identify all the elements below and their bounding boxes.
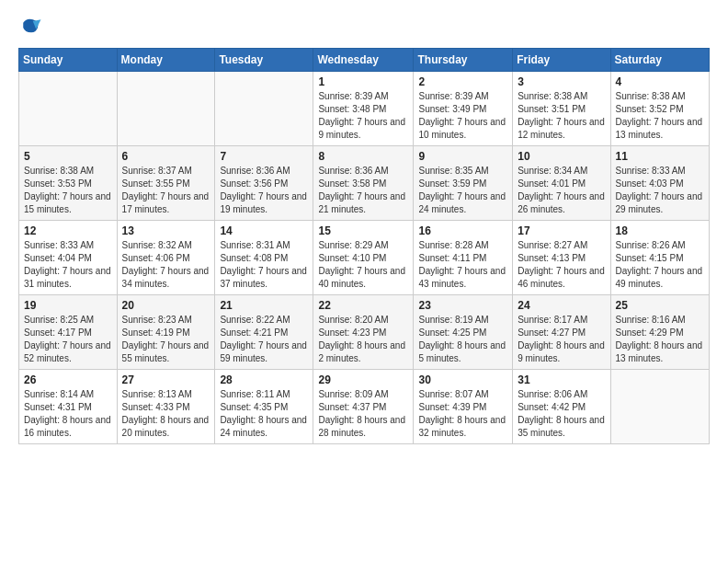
calendar-cell: 10Sunrise: 8:34 AM Sunset: 4:01 PM Dayli… [513, 146, 610, 221]
day-info: Sunrise: 8:36 AM Sunset: 3:56 PM Dayligh… [220, 165, 308, 216]
calendar-cell: 2Sunrise: 8:39 AM Sunset: 3:49 PM Daylig… [414, 72, 513, 146]
day-info: Sunrise: 8:27 AM Sunset: 4:13 PM Dayligh… [518, 239, 605, 291]
calendar-cell: 15Sunrise: 8:29 AM Sunset: 4:10 PM Dayli… [313, 221, 414, 295]
calendar-cell: 5Sunrise: 8:38 AM Sunset: 3:53 PM Daylig… [19, 146, 118, 221]
calendar-cell: 7Sunrise: 8:36 AM Sunset: 3:56 PM Daylig… [215, 146, 313, 221]
day-number: 20 [122, 299, 210, 312]
day-number: 11 [616, 150, 704, 163]
page: SundayMondayTuesdayWednesdayThursdayFrid… [0, 0, 728, 459]
calendar-cell: 14Sunrise: 8:31 AM Sunset: 4:08 PM Dayli… [215, 221, 313, 295]
day-info: Sunrise: 8:22 AM Sunset: 4:21 PM Dayligh… [220, 314, 308, 365]
day-number: 7 [220, 150, 308, 163]
day-number: 26 [24, 373, 112, 386]
calendar-cell: 3Sunrise: 8:38 AM Sunset: 3:51 PM Daylig… [513, 72, 610, 146]
calendar-cell: 8Sunrise: 8:36 AM Sunset: 3:58 PM Daylig… [313, 146, 414, 221]
day-info: Sunrise: 8:19 AM Sunset: 4:25 PM Dayligh… [418, 314, 507, 365]
day-number: 5 [24, 150, 112, 163]
day-info: Sunrise: 8:29 AM Sunset: 4:10 PM Dayligh… [318, 239, 408, 291]
day-number: 27 [122, 373, 210, 386]
day-number: 12 [24, 224, 112, 237]
calendar-cell [215, 72, 313, 146]
day-number: 31 [518, 373, 605, 386]
day-number: 8 [318, 150, 408, 163]
calendar-cell: 16Sunrise: 8:28 AM Sunset: 4:11 PM Dayli… [414, 221, 513, 295]
day-info: Sunrise: 8:17 AM Sunset: 4:27 PM Dayligh… [518, 314, 605, 365]
calendar-cell: 21Sunrise: 8:22 AM Sunset: 4:21 PM Dayli… [215, 295, 313, 370]
calendar-cell: 29Sunrise: 8:09 AM Sunset: 4:37 PM Dayli… [313, 370, 414, 444]
weekday-header-monday: Monday [117, 49, 215, 72]
day-info: Sunrise: 8:32 AM Sunset: 4:06 PM Dayligh… [122, 239, 210, 291]
calendar-cell: 1Sunrise: 8:39 AM Sunset: 3:48 PM Daylig… [313, 72, 414, 146]
calendar-week-4: 19Sunrise: 8:25 AM Sunset: 4:17 PM Dayli… [19, 295, 710, 370]
calendar-cell: 22Sunrise: 8:20 AM Sunset: 4:23 PM Dayli… [313, 295, 414, 370]
calendar-cell: 18Sunrise: 8:26 AM Sunset: 4:15 PM Dayli… [610, 221, 709, 295]
day-info: Sunrise: 8:33 AM Sunset: 4:03 PM Dayligh… [616, 165, 704, 216]
day-number: 3 [518, 75, 605, 88]
calendar-week-5: 26Sunrise: 8:14 AM Sunset: 4:31 PM Dayli… [19, 370, 710, 444]
calendar-cell: 25Sunrise: 8:16 AM Sunset: 4:29 PM Dayli… [610, 295, 709, 370]
day-info: Sunrise: 8:06 AM Sunset: 4:42 PM Dayligh… [518, 388, 605, 440]
calendar-week-1: 1Sunrise: 8:39 AM Sunset: 3:48 PM Daylig… [19, 72, 710, 146]
day-info: Sunrise: 8:14 AM Sunset: 4:31 PM Dayligh… [24, 388, 112, 440]
day-info: Sunrise: 8:16 AM Sunset: 4:29 PM Dayligh… [616, 314, 704, 365]
calendar-body: 1Sunrise: 8:39 AM Sunset: 3:48 PM Daylig… [19, 72, 710, 444]
logo-icon [18, 15, 44, 40]
logo [18, 15, 48, 40]
header [18, 15, 710, 40]
day-number: 13 [122, 224, 210, 237]
weekday-header-tuesday: Tuesday [215, 49, 313, 72]
day-number: 21 [220, 299, 308, 312]
weekday-header-thursday: Thursday [414, 49, 513, 72]
day-info: Sunrise: 8:26 AM Sunset: 4:15 PM Dayligh… [616, 239, 704, 291]
day-info: Sunrise: 8:37 AM Sunset: 3:55 PM Dayligh… [122, 165, 210, 216]
day-info: Sunrise: 8:13 AM Sunset: 4:33 PM Dayligh… [122, 388, 210, 440]
calendar: SundayMondayTuesdayWednesdayThursdayFrid… [18, 48, 710, 444]
weekday-header-row: SundayMondayTuesdayWednesdayThursdayFrid… [19, 49, 710, 72]
day-number: 25 [616, 299, 704, 312]
day-info: Sunrise: 8:07 AM Sunset: 4:39 PM Dayligh… [418, 388, 507, 440]
day-number: 22 [318, 299, 408, 312]
day-info: Sunrise: 8:39 AM Sunset: 3:48 PM Dayligh… [318, 90, 408, 142]
day-number: 19 [24, 299, 112, 312]
day-number: 4 [616, 75, 704, 88]
weekday-header-friday: Friday [513, 49, 610, 72]
day-info: Sunrise: 8:35 AM Sunset: 3:59 PM Dayligh… [418, 165, 507, 216]
calendar-cell: 11Sunrise: 8:33 AM Sunset: 4:03 PM Dayli… [610, 146, 709, 221]
day-info: Sunrise: 8:11 AM Sunset: 4:35 PM Dayligh… [220, 388, 308, 440]
calendar-cell: 12Sunrise: 8:33 AM Sunset: 4:04 PM Dayli… [19, 221, 118, 295]
calendar-cell: 31Sunrise: 8:06 AM Sunset: 4:42 PM Dayli… [513, 370, 610, 444]
weekday-header-sunday: Sunday [19, 49, 118, 72]
day-number: 24 [518, 299, 605, 312]
day-number: 2 [418, 75, 507, 88]
day-info: Sunrise: 8:38 AM Sunset: 3:51 PM Dayligh… [518, 90, 605, 142]
day-info: Sunrise: 8:25 AM Sunset: 4:17 PM Dayligh… [24, 314, 112, 365]
day-number: 28 [220, 373, 308, 386]
day-info: Sunrise: 8:36 AM Sunset: 3:58 PM Dayligh… [318, 165, 408, 216]
calendar-cell: 27Sunrise: 8:13 AM Sunset: 4:33 PM Dayli… [117, 370, 215, 444]
day-number: 23 [418, 299, 507, 312]
calendar-week-2: 5Sunrise: 8:38 AM Sunset: 3:53 PM Daylig… [19, 146, 710, 221]
day-info: Sunrise: 8:23 AM Sunset: 4:19 PM Dayligh… [122, 314, 210, 365]
calendar-cell: 13Sunrise: 8:32 AM Sunset: 4:06 PM Dayli… [117, 221, 215, 295]
weekday-header-saturday: Saturday [610, 49, 709, 72]
day-number: 15 [318, 224, 408, 237]
day-info: Sunrise: 8:39 AM Sunset: 3:49 PM Dayligh… [418, 90, 507, 142]
day-info: Sunrise: 8:31 AM Sunset: 4:08 PM Dayligh… [220, 239, 308, 291]
day-info: Sunrise: 8:38 AM Sunset: 3:52 PM Dayligh… [616, 90, 704, 142]
calendar-cell [610, 370, 709, 444]
calendar-cell: 19Sunrise: 8:25 AM Sunset: 4:17 PM Dayli… [19, 295, 118, 370]
calendar-week-3: 12Sunrise: 8:33 AM Sunset: 4:04 PM Dayli… [19, 221, 710, 295]
day-info: Sunrise: 8:33 AM Sunset: 4:04 PM Dayligh… [24, 239, 112, 291]
calendar-cell: 28Sunrise: 8:11 AM Sunset: 4:35 PM Dayli… [215, 370, 313, 444]
day-number: 10 [518, 150, 605, 163]
calendar-cell [117, 72, 215, 146]
day-info: Sunrise: 8:20 AM Sunset: 4:23 PM Dayligh… [318, 314, 408, 365]
calendar-cell: 26Sunrise: 8:14 AM Sunset: 4:31 PM Dayli… [19, 370, 118, 444]
weekday-header-wednesday: Wednesday [313, 49, 414, 72]
day-number: 18 [616, 224, 704, 237]
day-info: Sunrise: 8:38 AM Sunset: 3:53 PM Dayligh… [24, 165, 112, 216]
calendar-cell: 17Sunrise: 8:27 AM Sunset: 4:13 PM Dayli… [513, 221, 610, 295]
day-number: 6 [122, 150, 210, 163]
day-info: Sunrise: 8:34 AM Sunset: 4:01 PM Dayligh… [518, 165, 605, 216]
day-number: 9 [418, 150, 507, 163]
